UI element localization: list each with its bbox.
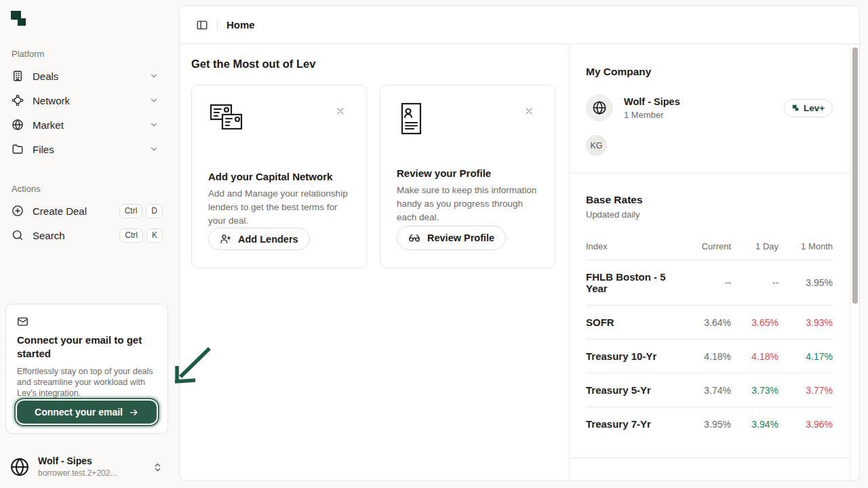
section-divider [570, 173, 850, 174]
connect-email-card: Connect your email to get started Effort… [5, 304, 168, 434]
search-action[interactable]: Search Ctrl K [0, 223, 168, 247]
rate-1-day: -- [731, 277, 778, 288]
topbar-divider [217, 19, 218, 30]
sidebar-item-label: Files [33, 144, 54, 155]
rate-current: 3.95% [682, 419, 731, 430]
globe-icon [12, 119, 24, 131]
capital-network-card: Add your Capital Network Add and Manage … [191, 85, 367, 268]
col-1-day: 1 Day [731, 241, 778, 251]
rate-1-day: 3.73% [731, 385, 778, 396]
kbd-k: K [146, 228, 163, 243]
company-globe-avatar [586, 94, 613, 121]
sidebar-toggle-icon[interactable] [196, 19, 208, 31]
account-info: Wolf - Sipes borrower.test.2+202... [38, 455, 117, 479]
connect-email-button[interactable]: Connect your email [17, 401, 157, 424]
member-avatar[interactable]: KG [586, 135, 607, 156]
card-body: Add and Manage your relationship lenders… [208, 187, 350, 228]
sidebar-item-files[interactable]: Files [0, 137, 168, 161]
lev-plus-badge-label: Lev+ [804, 103, 825, 113]
table-row: FHLB Boston - 5 Year -- -- 3.95% [586, 260, 833, 306]
card-body: Make sure to keep this information handy… [397, 184, 538, 224]
sidebar: Platform Deals Network Market Files [0, 0, 168, 488]
chevron-down-icon [149, 144, 159, 154]
email-card-body: Effortlessly stay on top of your deals a… [17, 366, 157, 399]
review-profile-button-label: Review Profile [427, 232, 494, 243]
card-title: Review your Profile [397, 167, 538, 179]
close-icon[interactable] [335, 106, 346, 117]
shortcut-keys: Ctrl K [119, 228, 163, 243]
account-name: Wolf - Sipes [38, 455, 117, 467]
email-card-title: Connect your email to get started [17, 333, 157, 361]
rate-current: 4.18% [682, 351, 731, 362]
chevron-down-icon [149, 120, 159, 129]
kbd-ctrl: Ctrl [119, 204, 143, 218]
col-1-month: 1 Month [778, 241, 833, 251]
sidebar-item-network[interactable]: Network [0, 88, 168, 113]
review-profile-button[interactable]: Review Profile [397, 226, 506, 250]
rate-1-month: 4.17% [778, 351, 833, 362]
lev-logo-mini-icon [792, 104, 800, 112]
kbd-d: D [146, 204, 163, 218]
right-panel: My Company Wolf - Sipes 1 Member Lev+ KG… [569, 45, 850, 481]
rate-index: Treasury 5-Yr [586, 384, 682, 396]
rate-1-month: 3.95% [778, 277, 833, 288]
arrow-right-icon [129, 407, 139, 418]
close-icon[interactable] [524, 106, 534, 117]
sidebar-item-label: Deals [33, 70, 58, 82]
company-row: Wolf - Sipes 1 Member Lev+ [586, 94, 833, 121]
id-card-icon [397, 102, 538, 134]
base-rates-subheading: Updated daily [586, 209, 833, 220]
sidebar-item-label: Market [33, 119, 64, 131]
chevrons-up-down-icon [153, 462, 163, 472]
rate-1-month: 3.93% [778, 317, 833, 328]
sidebar-item-label: Network [33, 95, 70, 106]
rate-index: SOFR [586, 317, 682, 328]
rate-current: 3.74% [682, 385, 731, 396]
add-lenders-button-label: Add Lenders [238, 234, 298, 245]
lev-plus-badge[interactable]: Lev+ [784, 99, 833, 117]
action-label: Create Deal [33, 205, 87, 217]
company-name: Wolf - Sipes [624, 96, 680, 108]
rate-1-day: 3.94% [731, 419, 778, 430]
rate-index: Treasury 10-Yr [586, 350, 682, 362]
account-switcher[interactable]: Wolf - Sipes borrower.test.2+202... [9, 451, 163, 483]
rate-1-day: 4.18% [731, 351, 778, 362]
plus-circle-icon [12, 205, 24, 217]
rate-index: Treasury 7-Yr [586, 418, 682, 430]
company-members: 1 Member [624, 110, 680, 120]
sidebar-item-market[interactable]: Market [0, 113, 168, 137]
table-row: Treasury 10-Yr 4.18% 4.18% 4.17% [586, 340, 833, 373]
table-row: Treasury 5-Yr 3.74% 3.73% 3.77% [586, 373, 833, 407]
chevron-down-icon [149, 71, 159, 81]
glasses-icon [408, 232, 420, 244]
onboarding-section: Get the Most out of Lev Add yo [180, 45, 569, 481]
account-email: borrower.test.2+202... [38, 468, 117, 479]
lev-logo-icon [9, 9, 28, 28]
add-lenders-button[interactable]: Add Lenders [208, 228, 310, 250]
rate-current: -- [682, 277, 731, 288]
actions-section-label: Actions [0, 184, 168, 194]
table-row: Treasury 7-Yr 3.95% 3.94% 3.96% [586, 407, 833, 441]
sidebar-item-deals[interactable]: Deals [0, 64, 168, 88]
action-label: Search [33, 230, 65, 241]
mail-icon [17, 316, 157, 327]
scrollbar-track [850, 45, 859, 481]
chevron-down-icon [149, 96, 159, 105]
rate-1-day: 3.65% [731, 317, 778, 328]
table-row: SOFR 3.64% 3.65% 3.93% [586, 306, 833, 340]
recent-market-heading: Recent Market Transactions [586, 480, 833, 481]
section-heading: Get the Most out of Lev [191, 58, 555, 70]
connect-email-button-label: Connect your email [35, 407, 123, 418]
topbar: Home [180, 6, 859, 44]
rate-current: 3.64% [682, 317, 731, 328]
card-title: Add your Capital Network [208, 171, 350, 182]
scrollbar-thumb[interactable] [852, 47, 858, 304]
search-icon [12, 229, 24, 241]
create-deal-action[interactable]: Create Deal Ctrl D [0, 199, 168, 223]
globe-avatar-icon [9, 457, 30, 477]
col-index: Index [586, 241, 682, 251]
building-icon [12, 70, 24, 82]
network-icon [12, 94, 24, 106]
review-profile-card: Review your Profile Make sure to keep th… [380, 85, 555, 268]
base-rates-heading: Base Rates [586, 194, 833, 206]
